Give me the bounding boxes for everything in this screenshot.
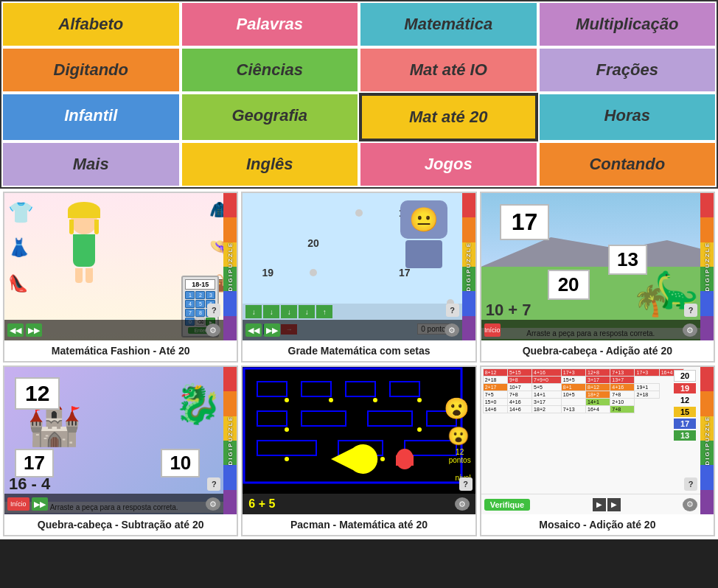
game-title-mosaico: Mosaico - Adição até 20 [481,514,714,535]
help-btn-grade[interactable]: ? [446,304,459,317]
nav-btn-cincias[interactable]: Ciências [181,47,360,93]
start-btn-puzzle[interactable]: Início [484,323,501,337]
nav-btn-palavras[interactable]: Palavras [181,1,360,47]
next-btn-sub[interactable]: ▶▶ [32,497,48,511]
start-btn-sub[interactable]: Início [7,497,29,511]
gear-icon-sub[interactable]: ⚙ [206,497,220,511]
nav-btn-matemtica[interactable]: Matemática [359,1,538,47]
arr4[interactable]: ↓ [299,305,315,318]
help-btn-puzzle[interactable]: ? [684,304,697,317]
prev-arrow[interactable]: ◀◀ [7,323,24,337]
next-arrow-grade[interactable]: ▶▶ [264,323,280,337]
game-title-grade: Grade Matemática com setas [243,340,475,361]
svg-rect-9 [257,441,316,455]
game-thumb-fashion: 👕 👗 👠 [4,193,237,340]
nav-grid: AlfabetoPalavrasMatemáticaMultiplicaçãoD… [0,0,718,189]
game-card-sub[interactable]: 🏰 🐉 12 17 10 16 - 4 Arraste a peça para … [3,365,238,536]
nav-btn-mais[interactable]: Mais [1,141,181,187]
nav-btn-contando[interactable]: Contando [538,141,717,187]
nav-btn-alfabeto[interactable]: Alfabeto [1,1,181,47]
game-card-pacman[interactable]: 😮 😮 12pontos nível1 6 + 5 ⚙ ? Pacman - M… [241,365,476,536]
svg-rect-5 [257,411,287,426]
right-arrow2-mosaico[interactable]: ▶ [607,498,621,511]
game-title-sub: Quebra-cabeça - Subtração até 20 [4,514,237,535]
games-grid: 👕 👗 👠 [3,192,715,536]
right-arrow-mosaico[interactable]: ▶ [593,498,606,511]
svg-rect-1 [257,382,287,396]
svg-rect-3 [346,382,375,396]
svg-point-12 [285,398,289,402]
arr2[interactable]: ↓ [263,305,279,318]
svg-point-13 [329,398,333,402]
gear-icon-mosaico[interactable]: ⚙ [683,498,697,511]
verify-btn[interactable]: Verifique [484,499,530,511]
gear-icon-grade[interactable]: ⚙ [445,323,459,337]
next-arrow[interactable]: ▶▶ [26,323,42,337]
games-section: 👕 👗 👠 [0,189,718,539]
game-title-pacman: Pacman - Matemática até 20 [243,514,475,535]
gear-icon-puzzle[interactable]: ⚙ [683,323,697,337]
svg-point-14 [373,398,377,402]
arr5[interactable]: ↑ [316,305,332,318]
nav-btn-infantil[interactable]: Infantil [1,93,181,141]
gear-icon-fashion[interactable]: ⚙ [206,323,220,337]
svg-rect-7 [368,411,412,426]
svg-rect-6 [302,411,346,426]
help-btn-sub[interactable]: ? [207,477,220,491]
game-card-mosaico[interactable]: 8+12 5+15 4+16 17+3 12+8 7+13 17+3 16+4 … [480,365,715,536]
arr3[interactable]: ↓ [281,305,297,318]
game-title-fashion: Matemática Fashion - Até 20 [4,340,237,361]
nav-btn-mat-at-io[interactable]: Mat até IO [359,47,538,93]
svg-point-16 [285,427,289,432]
help-btn-pacman[interactable]: ? [459,477,473,491]
arr1[interactable]: ↓ [245,305,262,318]
svg-point-19 [380,457,385,461]
game-title-puzzle-adicao: Quebra-cabeça - Adição até 20 [481,340,714,361]
svg-rect-2 [302,382,331,396]
gear-icon-pacman[interactable]: ⚙ [455,497,470,511]
nav-btn-fraes[interactable]: Frações [538,47,717,93]
svg-rect-4 [390,382,419,396]
nav-btn-digitando[interactable]: Digitando [1,47,181,93]
game-thumb-sub: 🏰 🐉 12 17 10 16 - 4 Arraste a peça para … [4,367,237,514]
prev-arrow-grade[interactable]: ◀◀ [245,323,262,337]
svg-point-15 [417,398,422,402]
game-thumb-mosaico: 8+12 5+15 4+16 17+3 12+8 7+13 17+3 16+4 … [481,367,714,514]
nav-btn-ingls[interactable]: Inglês [181,141,360,187]
help-btn-fashion[interactable]: ? [207,304,220,317]
svg-point-18 [285,457,289,461]
nav-btn-jogos[interactable]: Jogos [359,141,538,187]
nav-btn-geografia[interactable]: Geografia [181,93,360,141]
nav-btn-horas[interactable]: Horas [538,93,717,141]
game-thumb-puzzle: 🌴 🦕 17 13 20 Arraste a peça para a respo… [481,193,714,340]
svg-point-17 [417,427,422,432]
game-card-puzzle-adicao[interactable]: 🌴 🦕 17 13 20 Arraste a peça para a respo… [480,192,715,363]
game-thumb-grade: 16 20 19 17 [243,193,475,340]
game-thumb-pacman: 😮 😮 12pontos nível1 6 + 5 ⚙ ? [243,367,475,514]
game-card-fashion[interactable]: 👕 👗 👠 [3,192,238,363]
nav-btn-multiplicao[interactable]: Multiplicação [538,1,717,47]
game-card-grade[interactable]: 16 20 19 17 [241,192,476,363]
help-btn-mosaico[interactable]: ? [684,477,697,491]
nav-btn-mat-at-20[interactable]: Mat até 20 [359,93,538,141]
